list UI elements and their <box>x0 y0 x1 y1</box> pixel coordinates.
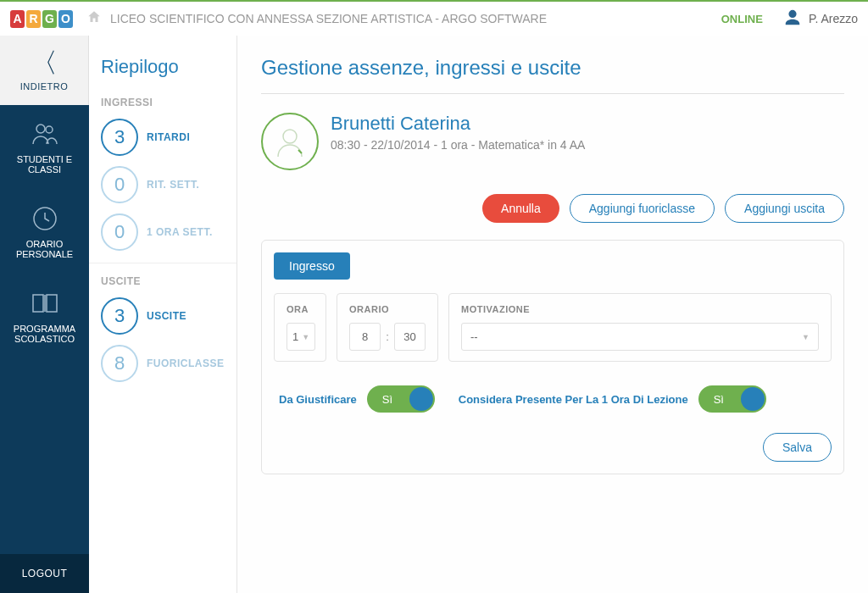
stat-label: RITARDI <box>147 131 190 143</box>
svg-point-3 <box>283 130 297 143</box>
toggle-knob <box>741 387 765 411</box>
toggle-value: Sì <box>714 393 724 406</box>
logo-letter: A <box>10 10 25 28</box>
riepilogo-title: Riepilogo <box>101 56 225 78</box>
presente-label: Considera Presente Per La 1 Ora Di Lezio… <box>459 393 688 406</box>
stat-label: USCITE <box>147 310 186 322</box>
student-meta: 08:30 - 22/10/2014 - 1 ora - Matematica*… <box>331 138 585 152</box>
section-ingressi-label: INGRESSI <box>101 97 225 108</box>
field-motivazione: MOTIVAZIONE -- ▼ <box>448 293 832 362</box>
stat-1ora-sett: 0 1 ORA SETT. <box>101 213 225 251</box>
toggle-knob <box>409 387 433 411</box>
motivazione-label: MOTIVAZIONE <box>461 304 819 314</box>
divider <box>89 263 236 263</box>
orario-label: ORARIO <box>349 304 426 314</box>
ora-value: 1 <box>292 330 298 343</box>
orario-minute-input[interactable]: 30 <box>394 323 426 351</box>
user-badge[interactable]: P. Arezzo <box>783 8 858 30</box>
stat-value: 8 <box>101 345 138 382</box>
giustificare-label: Da Giustificare <box>279 393 357 406</box>
svg-point-0 <box>36 125 45 133</box>
nav-logout[interactable]: LOGOUT <box>0 554 89 593</box>
toggle-presente-group: Considera Presente Per La 1 Ora Di Lezio… <box>459 385 766 413</box>
stat-label: FUORICLASSE <box>147 357 225 369</box>
ora-select[interactable]: 1▼ <box>287 323 315 351</box>
form-row: ORA 1▼ ORARIO 8 : 30 MOTIVAZIONE <box>274 293 832 362</box>
riepilogo-panel: Riepilogo INGRESSI 3 RITARDI 0 RIT. SETT… <box>89 36 237 593</box>
user-name: P. Arezzo <box>809 12 858 25</box>
book-icon <box>31 290 58 317</box>
stat-uscite: 3 USCITE <box>101 297 225 335</box>
nav-label: ORARIO PERSONALE <box>5 239 84 259</box>
stat-label: RIT. SETT. <box>147 179 199 191</box>
svg-point-1 <box>46 126 53 133</box>
logo-letter: O <box>58 10 73 28</box>
ora-label: ORA <box>287 304 314 314</box>
clock-icon <box>32 205 58 232</box>
student-name: Brunetti Caterina <box>331 113 585 135</box>
student-header: Brunetti Caterina 08:30 - 22/10/2014 - 1… <box>261 113 844 170</box>
main-content: Gestione assenze, ingressi e uscite Brun… <box>237 36 868 593</box>
chevron-left-icon: 〈 <box>31 49 58 76</box>
time-colon: : <box>386 330 389 343</box>
stat-value: 0 <box>101 166 138 203</box>
annulla-button[interactable]: Annulla <box>482 194 559 223</box>
stat-rit-sett: 0 RIT. SETT. <box>101 166 225 203</box>
stat-value: 3 <box>101 297 138 335</box>
status-online: ONLINE <box>721 13 763 25</box>
nav-back[interactable]: 〈 INDIETRO <box>0 36 89 105</box>
motivazione-value: -- <box>470 330 478 343</box>
aggiungi-uscita-button[interactable]: Aggiungi uscita <box>725 194 844 223</box>
toggle-giustificare[interactable]: Sì <box>367 385 435 413</box>
toggle-row: Da Giustificare Sì Considera Presente Pe… <box>274 385 832 413</box>
field-orario: ORARIO 8 : 30 <box>337 293 438 362</box>
school-name: LICEO SCIENTIFICO CON ANNESSA SEZIONE AR… <box>110 12 721 25</box>
orario-hour-input[interactable]: 8 <box>349 323 381 351</box>
action-buttons: Annulla Aggiungi fuoriclasse Aggiungi us… <box>261 194 844 223</box>
user-icon <box>783 8 802 30</box>
toggle-giustificare-group: Da Giustificare Sì <box>279 385 435 413</box>
logo-letter: G <box>42 10 57 28</box>
stat-label: 1 ORA SETT. <box>147 226 213 238</box>
logo-letter: R <box>26 10 41 28</box>
nav-label: PROGRAMMA SCOLASTICO <box>5 324 84 344</box>
nav-item-orario[interactable]: ORARIO PERSONALE <box>0 190 89 274</box>
students-icon <box>31 120 59 147</box>
topbar: A R G O LICEO SCIENTIFICO CON ANNESSA SE… <box>0 0 868 36</box>
tab-ingresso[interactable]: Ingresso <box>274 252 350 280</box>
home-icon[interactable] <box>86 9 102 28</box>
toggle-value: Sì <box>382 393 392 406</box>
nav-label: STUDENTI E CLASSI <box>5 154 84 175</box>
nav-item-studenti[interactable]: STUDENTI E CLASSI <box>0 105 89 190</box>
caret-down-icon: ▼ <box>802 333 810 341</box>
field-ora: ORA 1▼ <box>274 293 326 362</box>
stat-value: 3 <box>101 119 138 156</box>
nav-item-programma[interactable]: PROGRAMMA SCOLASTICO <box>0 274 89 359</box>
page-title: Gestione assenze, ingressi e uscite <box>261 56 844 94</box>
motivazione-select[interactable]: -- ▼ <box>461 323 819 351</box>
nav-back-label: INDIETRO <box>20 81 69 91</box>
salva-button[interactable]: Salva <box>763 433 832 462</box>
stat-fuoriclasse: 8 FUORICLASSE <box>101 345 225 382</box>
avatar <box>261 113 319 170</box>
left-nav: 〈 INDIETRO STUDENTI E CLASSI ORARIO PERS… <box>0 36 89 593</box>
toggle-presente[interactable]: Sì <box>698 385 766 413</box>
aggiungi-fuoriclasse-button[interactable]: Aggiungi fuoriclasse <box>570 194 715 223</box>
section-uscite-label: USCITE <box>101 275 225 287</box>
stat-value: 0 <box>101 213 138 251</box>
logo: A R G O <box>10 10 73 28</box>
caret-down-icon: ▼ <box>302 333 309 341</box>
stat-ritardi: 3 RITARDI <box>101 119 225 156</box>
ingresso-card: Ingresso ORA 1▼ ORARIO 8 : 30 <box>261 240 844 474</box>
